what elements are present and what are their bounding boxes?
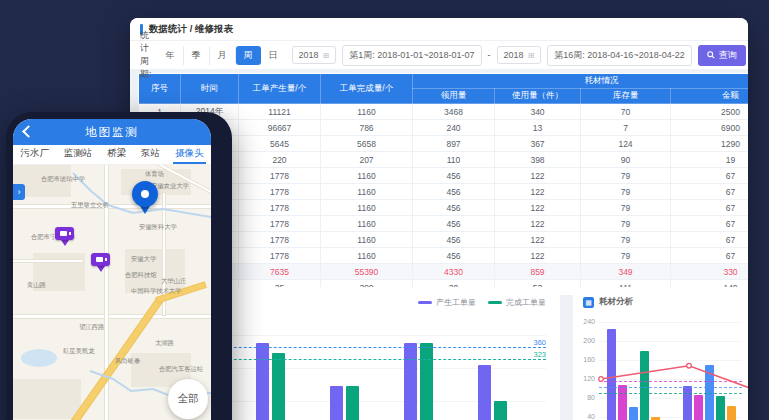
table-cell: 124 [581,136,671,152]
table-cell: 110 [413,152,495,168]
search-icon [707,51,715,59]
table-cell: 1160 [321,248,413,264]
chart-icon: ▦ [583,297,594,308]
table-cell: 1778 [239,184,321,200]
phone-tab-bar: 污水厂监测站桥梁泵站摄像头 [13,145,211,165]
table-cell: 456 [413,168,495,184]
table-cell: 6900 [671,120,749,136]
period-option-年[interactable]: 年 [158,46,184,65]
phone-tab-摄像头[interactable]: 摄像头 [173,145,206,164]
table-cell: 122 [495,200,581,216]
table-cell: 1778 [239,248,321,264]
y-axis-tick: 200 [579,337,595,344]
table-cell: 1160 [321,184,413,200]
phone-tab-桥梁[interactable]: 桥梁 [105,145,128,164]
table-cell: 1778 [239,232,321,248]
table-cell: 1290 [671,136,749,152]
table-cell: 1160 [321,200,413,216]
map-label: 合肥汽车客运站 [159,365,203,374]
table-cell: 1778 [239,216,321,232]
period-option-日[interactable]: 日 [261,46,286,65]
phone-tab-监测站[interactable]: 监测站 [62,145,95,164]
phone-mockup: 地图监测 污水厂监测站桥梁泵站摄像头 › [6,112,232,420]
sub-col-header: 金额 [671,89,749,104]
bar-完成工单量 [346,386,359,420]
period-option-月[interactable]: 月 [210,46,236,65]
phone-page-title: 地图监测 [85,125,139,140]
period-option-周[interactable]: 周 [236,46,261,65]
table-cell: 456 [413,200,495,216]
table-cell: 5645 [239,136,321,152]
end-year-select[interactable]: 2018 ⊞ [497,46,542,64]
start-week-value: 第1周: 2018-01-01~2018-01-07 [349,49,474,62]
period-segmented-control: 年季月周日 [158,46,286,65]
camera-pin[interactable] [55,227,74,251]
table-cell: 122 [495,184,581,200]
breadcrumb-text: 数据统计 / 维修报表 [149,23,233,36]
bar-完成工单量 [494,401,507,420]
table-cell: 220 [239,152,321,168]
table-cell: 11121 [239,104,321,120]
sub-col-header: 库存量 [581,89,671,104]
start-year-value: 2018 [299,50,319,60]
legend-item[interactable]: 产生工单量 [418,297,476,308]
map-canvas[interactable]: › 全部 合肥市琥珀中学体育场安徽农业大学五里墩立交桥安徽医科大学合肥市宁溪小学… [13,165,211,420]
col-header: 工单完成量/个 [321,74,413,104]
table-cell: 786 [321,120,413,136]
y-axis-tick: 80 [579,394,595,401]
consumables-chart-header: ▦ 耗材分析 [583,296,633,308]
query-button[interactable]: 查询 [698,45,746,66]
bar-产生工单量 [330,386,343,420]
back-chevron-icon[interactable] [22,125,35,138]
group-header: 耗材情况 [413,74,749,89]
table-cell: 79 [581,216,671,232]
map-label: 安徽大学 [131,255,156,264]
table-cell: 79 [581,168,671,184]
table-cell: 456 [413,184,495,200]
col-header: 工单产生量/个 [239,74,321,104]
expand-panel-button[interactable]: › [13,184,25,200]
table-cell: 67 [671,216,749,232]
table-cell: 1160 [321,216,413,232]
legend-label: 产生工单量 [436,297,476,308]
calendar-icon: ⊞ [528,51,535,60]
table-cell: 1160 [321,104,413,120]
phone-tab-泵站[interactable]: 泵站 [139,145,162,164]
table-cell: 122 [495,216,581,232]
table-cell: 122 [495,232,581,248]
table-cell: 67 [671,232,749,248]
map-label: 五里墩立交桥 [71,201,109,210]
start-week-input[interactable]: 第1周: 2018-01-01~2018-01-07 [342,45,481,66]
map-label: 红星美凯龙 [63,347,95,356]
period-label: 统计周期: [140,29,152,81]
consumables-chart-title: 耗材分析 [599,296,633,308]
map-label: 安徽医科大学 [139,223,177,232]
table-cell: 19 [671,152,749,168]
table-cell: 79 [581,200,671,216]
table-cell: 67 [671,248,749,264]
bar-产生工单量 [404,343,417,420]
table-cell: 79 [581,232,671,248]
camera-pin[interactable] [91,253,110,277]
table-cell: 1778 [239,168,321,184]
map-label: 合肥科技馆 [125,271,157,280]
table-cell: 79 [581,248,671,264]
table-cell: 90 [581,152,671,168]
table-cell: 70 [581,104,671,120]
legend-item[interactable]: 完成工单量 [488,297,546,308]
map-label: 合肥市琥珀中学 [41,175,85,184]
filter-bar: 统计周期: 年季月周日 2018 ⊞ 第1周: 2018-01-01~2018-… [130,41,748,69]
start-year-select[interactable]: 2018 ⊞ [292,46,337,64]
all-button-label: 全部 [178,392,199,406]
phone-tab-污水厂[interactable]: 污水厂 [18,145,51,164]
table-cell: 207 [321,152,413,168]
y-axis-tick: 160 [579,356,595,363]
end-week-input[interactable]: 第16周: 2018-04-16~2018-04-22 [547,45,691,66]
map-label: 中国科学技术大学 [131,287,181,296]
table-cell: 240 [413,120,495,136]
period-option-季[interactable]: 季 [184,46,210,65]
selected-camera-pin[interactable] [132,181,158,215]
bar-产生工单量 [478,365,491,420]
table-cell: 456 [413,248,495,264]
all-filter-button[interactable]: 全部 [168,379,208,419]
